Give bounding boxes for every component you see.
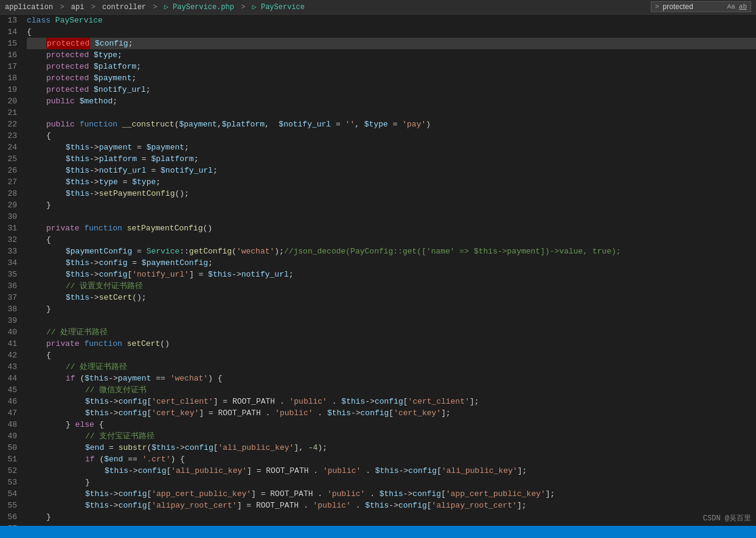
code-line-52: $this -> config [ 'ali_public_key' ] = R…	[27, 465, 756, 477]
code-line-43: // 处理证书路径	[27, 361, 756, 373]
code-line-31: private function setPaymentConfig ()	[27, 222, 756, 234]
code-line-20: public $method ;	[27, 95, 756, 107]
code-line-30	[27, 211, 756, 222]
whole-word-icon[interactable]: ab	[739, 3, 747, 10]
code-line-47: $this -> config [ 'cert_key' ] = ROOT_PA…	[27, 407, 756, 419]
code-line-39	[27, 315, 756, 326]
code-line-23: {	[27, 130, 756, 142]
code-line-15: protected $config ;	[27, 38, 756, 49]
code-line-17: protected $platform ;	[27, 61, 756, 72]
code-line-38: }	[27, 303, 756, 315]
code-line-27: $this -> type = $type ;	[27, 176, 756, 188]
code-line-54: $this -> config [ 'app_cert_public_key' …	[27, 488, 756, 500]
code-line-18: protected $payment ;	[27, 72, 756, 84]
csdn-badge: CSDN @吴百里	[703, 513, 751, 523]
code-line-25: $this -> platform = $platform ;	[27, 153, 756, 165]
case-sensitive-icon[interactable]: Aa	[727, 3, 735, 10]
breadcrumb-bar: application > api > controller > ▷ PaySe…	[0, 0, 756, 15]
code-line-55: $this -> config [ 'alipay_root_cert' ] =…	[27, 500, 756, 511]
code-line-22: public function __construct ( $payment ,…	[27, 119, 756, 130]
code-line-28: $this -> setPaymentConfig ();	[27, 188, 756, 199]
code-area: 13 14 15 16 17 18 19 20 21 22 23 24 25 2…	[0, 15, 756, 526]
code-line-36: // 设置支付证书路径	[27, 280, 756, 292]
line-numbers: 13 14 15 16 17 18 19 20 21 22 23 24 25 2…	[0, 15, 24, 526]
editor-container: application > api > controller > ▷ PaySe…	[0, 0, 756, 538]
search-input[interactable]	[663, 2, 724, 11]
code-line-29: }	[27, 199, 756, 211]
code-line-46: $this -> config [ 'cert_client' ] = ROOT…	[27, 396, 756, 407]
code-line-16: protected $type ;	[27, 49, 756, 61]
code-line-26: $this -> notify_url = $notify_url ;	[27, 165, 756, 176]
code-line-40: // 处理证书路径	[27, 326, 756, 338]
code-line-14: {	[27, 26, 756, 38]
code-line-44: if ( $this -> payment == 'wechat' ) {	[27, 373, 756, 384]
code-line-49: // 支付宝证书路径	[27, 430, 756, 442]
code-line-33: $paymentConfig = Service :: getConfig ( …	[27, 246, 756, 257]
code-line-53: }	[27, 477, 756, 488]
status-bar	[0, 526, 756, 538]
code-line-42: {	[27, 350, 756, 361]
code-line-34: $this -> config = $paymentConfig ;	[27, 257, 756, 269]
code-line-45: // 微信支付证书	[27, 384, 756, 396]
breadcrumb: application > api > controller > ▷ PaySe…	[5, 2, 305, 12]
search-arrow-icon: >	[655, 3, 659, 10]
code-line-48: } else {	[27, 419, 756, 430]
code-line-50: $end = substr ( $this -> config [ 'ali_p…	[27, 442, 756, 454]
code-line-56: }	[27, 511, 756, 523]
code-line-35: $this -> config [ 'notify_url' ] = $this…	[27, 269, 756, 280]
code-line-51: if ( $end == '.crt' ) {	[27, 454, 756, 465]
code-line-32: {	[27, 234, 756, 246]
code-line-24: $this -> payment = $payment ;	[27, 142, 756, 153]
code-line-41: private function setCert ()	[27, 338, 756, 350]
search-box[interactable]: > Aa ab	[651, 1, 751, 12]
code-line-13: class PayService	[27, 15, 756, 26]
code-line-37: $this -> setCert ();	[27, 292, 756, 303]
code-line-19: protected $notify_url ;	[27, 84, 756, 95]
code-line-21	[27, 107, 756, 119]
code-content[interactable]: class PayService { protected $config ; p…	[24, 15, 756, 526]
